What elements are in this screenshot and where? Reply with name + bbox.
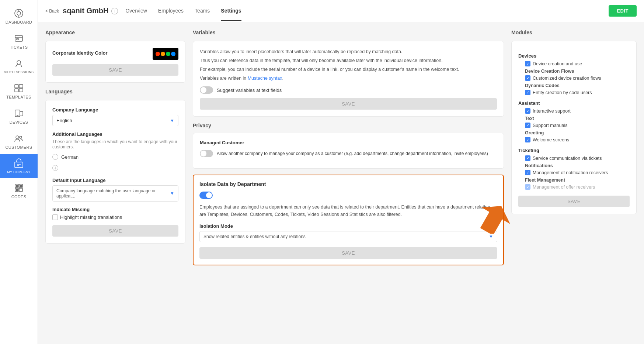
color-dot-orange (161, 52, 165, 56)
svg-rect-26 (16, 189, 18, 191)
color-swatch[interactable] (153, 48, 178, 60)
color-dot-green (166, 52, 170, 56)
tab-employees[interactable]: Employees (158, 1, 184, 21)
nav-tabs: Overview Employees Teams Settings (125, 1, 609, 21)
svg-rect-6 (17, 38, 18, 40)
languages-section-title: Languages (45, 89, 185, 94)
language-german-item: German (52, 152, 178, 161)
sidebar-item-tickets[interactable]: TICKETS (0, 29, 38, 54)
info-icon[interactable]: i (111, 8, 118, 14)
suggest-variables-row: Suggest variables at text fields (200, 86, 497, 94)
isolate-save-button[interactable]: SAVE (199, 247, 497, 259)
managed-customer-toggle-row: Allow another company to manage your com… (200, 150, 497, 157)
svg-point-16 (20, 136, 22, 138)
isolate-data-card: Isolate Data by Department Employees tha… (193, 175, 504, 265)
interactive-support-checkbox[interactable] (525, 108, 530, 114)
additional-languages-desc: These are the languages in which you wan… (52, 139, 178, 149)
sidebar-item-dashboard[interactable]: DASHBOARD (0, 4, 38, 29)
default-input-label: Default Input Language (52, 178, 178, 183)
color-dot-blue (171, 52, 175, 56)
management-offer-item: Management of offer receivers (525, 184, 630, 190)
privacy-section-title: Privacy (193, 123, 504, 128)
device-creation-use-checkbox[interactable] (525, 61, 530, 66)
sidebar: DASHBOARD TICKETS VIDEO SESSIONS TEMPLAT… (0, 0, 38, 344)
appearance-save-button[interactable]: SAVE (52, 64, 178, 76)
customized-device-checkbox[interactable] (525, 75, 530, 81)
default-input-dropdown[interactable]: Company language matching the user langu… (52, 185, 178, 202)
modules-save-button[interactable]: SAVE (518, 196, 630, 207)
var-desc-3: For example, you can include the serial … (200, 66, 497, 73)
dynamic-codes-title: Dynamic Codes (525, 83, 630, 88)
left-column: Appearance Corporate Identity Color SAVE… (45, 30, 185, 337)
suggest-variables-label: Suggest variables at text fields (217, 87, 282, 93)
back-link[interactable]: < Back (45, 8, 59, 14)
default-input-arrow-icon: ▼ (170, 191, 174, 196)
isolate-toggle-row (199, 192, 497, 199)
isolate-desc: Employees that are assinged to a departm… (199, 203, 497, 218)
svg-rect-11 (19, 89, 23, 92)
content-area: Appearance Corporate Identity Color SAVE… (38, 22, 644, 344)
appearance-card: Corporate Identity Color SAVE (45, 41, 185, 83)
tab-overview[interactable]: Overview (125, 1, 147, 21)
sidebar-item-my-company[interactable]: MY COMPANY (0, 154, 38, 178)
customized-device-item: Customized device creation flows (525, 75, 630, 81)
isolation-mode-dropdown[interactable]: Show related entities & entities without… (199, 231, 497, 242)
device-creation-flows-title: Device Creation Flows (525, 69, 630, 74)
sidebar-item-templates[interactable]: TEMPLATES (0, 79, 38, 104)
svg-rect-4 (15, 35, 22, 41)
modules-section-title: Modules (511, 30, 637, 35)
isolation-mode-arrow-icon: ▼ (489, 234, 493, 239)
support-manuals-item: Support manuals (525, 123, 630, 128)
managed-customer-desc: Allow another company to manage your com… (217, 151, 488, 156)
fleet-title: Fleet Management (525, 178, 630, 183)
dropdown-arrow-icon: ▼ (170, 118, 174, 123)
management-notification-checkbox[interactable] (525, 170, 530, 175)
sidebar-item-video-sessions[interactable]: VIDEO SESSIONS (0, 54, 38, 79)
interactive-support-item: Interactive support (525, 108, 630, 114)
devices-section-title: Devices (518, 53, 630, 59)
managed-customer-title: Managed Customer (200, 140, 497, 145)
main-content: < Back sqanit GmbH i Overview Employees … (38, 0, 644, 344)
service-communication-checkbox[interactable] (525, 155, 530, 161)
welcome-screens-checkbox[interactable] (525, 137, 530, 142)
company-language-dropdown[interactable]: English ▼ (52, 115, 178, 126)
topnav: < Back sqanit GmbH i Overview Employees … (38, 0, 644, 22)
variables-save-button[interactable]: SAVE (200, 98, 497, 110)
managed-customer-toggle[interactable] (200, 150, 213, 157)
isolate-toggle[interactable] (199, 192, 213, 199)
management-offer-checkbox[interactable] (525, 184, 530, 190)
variables-card: Variables allow you to insert placeholde… (193, 41, 504, 117)
indicate-missing-label: Indicate Missing (52, 207, 178, 212)
isolate-data-title: Isolate Data by Department (199, 181, 497, 187)
modules-card: Devices Device creation and use Device C… (511, 41, 637, 214)
svg-rect-8 (15, 85, 18, 88)
languages-save-button[interactable]: SAVE (52, 225, 178, 237)
greeting-title: Greeting (525, 130, 630, 135)
sidebar-item-devices[interactable]: DEVICES (0, 104, 38, 129)
tab-settings[interactable]: Settings (221, 1, 241, 21)
entity-creation-item: Entity creation by code users (525, 90, 630, 95)
add-language-button[interactable]: + (52, 165, 58, 171)
ticketing-section-title: Ticketing (518, 148, 630, 153)
mustache-link[interactable]: Mustache syntax (248, 76, 282, 81)
company-language-label: Company Language (52, 107, 178, 113)
svg-rect-23 (19, 188, 22, 192)
right-column: Modules Devices Device creation and use … (511, 30, 637, 337)
svg-rect-13 (20, 111, 23, 116)
tab-teams[interactable]: Teams (195, 1, 210, 21)
suggest-variables-toggle[interactable] (200, 86, 213, 94)
svg-rect-9 (19, 85, 23, 88)
support-manuals-checkbox[interactable] (525, 123, 530, 128)
service-communication-item: Service communication via tickets (525, 155, 630, 161)
isolation-mode-label: Isolation Mode (199, 223, 497, 229)
highlight-missing-checkbox[interactable] (52, 214, 58, 220)
entity-creation-checkbox[interactable] (525, 90, 530, 95)
sidebar-item-customers[interactable]: CUSTOMERS (0, 129, 38, 154)
edit-button[interactable]: EDIT (609, 5, 637, 17)
svg-point-15 (16, 136, 19, 139)
variables-section-title: Variables (193, 30, 504, 35)
device-creation-use-item: Device creation and use (525, 61, 630, 66)
svg-rect-17 (15, 162, 23, 168)
sidebar-item-codes[interactable]: CODES (0, 178, 38, 203)
svg-rect-10 (15, 89, 18, 92)
